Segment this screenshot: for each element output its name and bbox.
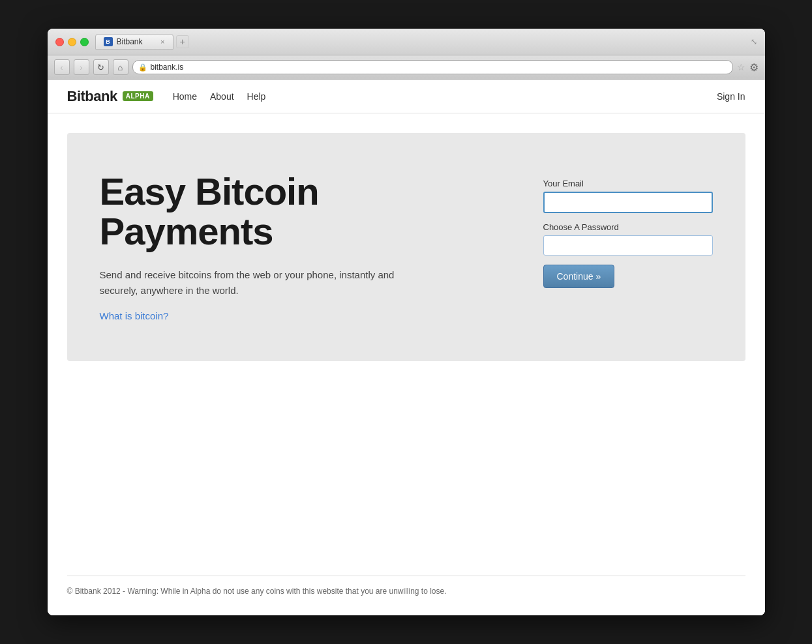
alpha-badge: ALPHA [123, 91, 153, 101]
close-button[interactable] [55, 38, 64, 46]
minimize-button[interactable] [68, 38, 76, 46]
tools-button[interactable]: ⚙ [749, 61, 759, 74]
browser-window: B Bitbank × + ⤡ ‹ › ↻ ⌂ 🔒 ☆ ⚙ Bitbank AL… [48, 29, 765, 615]
sign-in-link[interactable]: Sign In [717, 91, 745, 102]
maximize-button[interactable] [80, 38, 89, 46]
security-icon: 🔒 [138, 63, 147, 72]
email-input[interactable] [543, 192, 713, 213]
refresh-button[interactable]: ↻ [93, 59, 109, 75]
tab-title: Bitbank [117, 37, 143, 46]
back-button[interactable]: ‹ [54, 59, 70, 75]
address-bar[interactable] [151, 63, 727, 72]
tab-bar: B Bitbank × + [95, 34, 744, 50]
continue-button[interactable]: Continue » [543, 265, 615, 288]
tab-close-button[interactable]: × [160, 38, 164, 46]
hero-section: Easy Bitcoin Payments Send and receive b… [67, 133, 745, 361]
footer-text: © Bitbank 2012 - Warning: While in Alpha… [67, 587, 745, 596]
address-bar-wrapper: 🔒 [132, 60, 733, 74]
logo: Bitbank [67, 88, 117, 105]
password-label: Choose A Password [543, 222, 713, 232]
site-footer: © Bitbank 2012 - Warning: While in Alpha… [48, 563, 765, 615]
site-nav: Home About Help [173, 91, 266, 102]
nav-help[interactable]: Help [247, 91, 266, 102]
footer-divider [67, 576, 745, 576]
new-tab-button[interactable]: + [176, 35, 189, 48]
tab-favicon: B [104, 37, 113, 46]
resize-icon: ⤡ [751, 37, 757, 46]
nav-home[interactable]: Home [173, 91, 197, 102]
browser-tab[interactable]: B Bitbank × [95, 34, 173, 50]
hero-description: Send and receive bitcoins from the web o… [100, 267, 426, 299]
logo-area: Bitbank ALPHA [67, 88, 153, 105]
nav-about[interactable]: About [210, 91, 234, 102]
hero-title: Easy Bitcoin Payments [100, 172, 426, 252]
window-controls [55, 38, 89, 46]
forward-button[interactable]: › [74, 59, 89, 75]
hero-right: Your Email Choose A Password Continue » [543, 172, 713, 288]
nav-bar: ‹ › ↻ ⌂ 🔒 ☆ ⚙ [48, 55, 765, 80]
password-input[interactable] [543, 235, 713, 256]
home-button[interactable]: ⌂ [113, 59, 128, 75]
site-header: Bitbank ALPHA Home About Help Sign In [48, 80, 765, 113]
site-main: Easy Bitcoin Payments Send and receive b… [48, 113, 765, 563]
title-bar: B Bitbank × + ⤡ [48, 29, 765, 55]
email-label: Your Email [543, 179, 713, 188]
learn-more-link[interactable]: What is bitcoin? [100, 310, 169, 321]
hero-left: Easy Bitcoin Payments Send and receive b… [100, 172, 426, 322]
bookmark-button[interactable]: ☆ [737, 62, 745, 72]
